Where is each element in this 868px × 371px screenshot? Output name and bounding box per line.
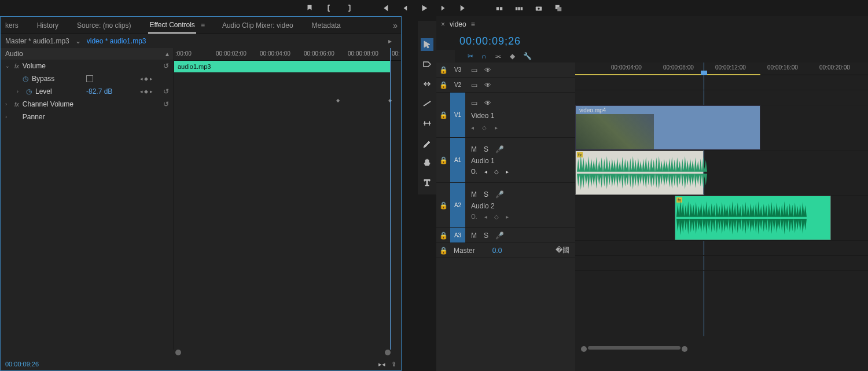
track-a2[interactable]: 🔒 A2 MS🎤 Audio 2 O.◂◇▸ bbox=[436, 183, 575, 228]
slip-tool[interactable] bbox=[421, 117, 433, 130]
reset-icon[interactable]: ↺ bbox=[163, 62, 169, 70]
audio-header[interactable]: Audio ▴ bbox=[1, 48, 174, 60]
in-bracket-icon[interactable] bbox=[325, 3, 334, 13]
step-fwd-icon[interactable] bbox=[439, 3, 448, 13]
play-icon[interactable] bbox=[420, 3, 429, 13]
eye-icon[interactable]: 👁 bbox=[484, 99, 491, 107]
mic-icon[interactable]: 🎤 bbox=[495, 232, 504, 240]
keyframe-diamond-icon[interactable]: ◆ bbox=[336, 98, 340, 103]
track-v1[interactable]: 🔒 V1 ▭👁 Video 1 ◂◇▸ bbox=[436, 93, 575, 138]
audio-clip-2[interactable]: fx bbox=[675, 196, 831, 240]
out-bracket-icon[interactable] bbox=[344, 3, 354, 13]
marker-add-icon[interactable]: ◆ bbox=[510, 52, 515, 60]
ec-clip-bar[interactable]: audio1.mp3 bbox=[174, 61, 391, 72]
extract-icon[interactable] bbox=[514, 3, 524, 13]
track-select-tool[interactable] bbox=[421, 58, 433, 71]
snap-icon[interactable]: ✂ bbox=[468, 52, 473, 60]
tab-audio-mixer[interactable]: Audio Clip Mixer: video bbox=[221, 18, 295, 33]
lock-icon[interactable]: 🔒 bbox=[436, 156, 450, 164]
mute-button[interactable]: M bbox=[471, 145, 477, 153]
mic-icon[interactable]: 🎤 bbox=[495, 145, 504, 153]
master-value[interactable]: 0.0 bbox=[492, 247, 502, 255]
eye-icon[interactable]: 👁 bbox=[484, 81, 491, 89]
link-icon[interactable]: ⫘ bbox=[495, 52, 502, 60]
keyframe-nav[interactable]: ◂ ◆ ▸ bbox=[140, 89, 153, 94]
zoom-handle-left[interactable] bbox=[581, 346, 587, 352]
zoom-handle-left[interactable] bbox=[175, 350, 181, 355]
eye-icon[interactable]: 👁 bbox=[484, 66, 491, 74]
lock-icon[interactable]: 🔒 bbox=[436, 247, 450, 255]
effect-timeline[interactable]: :00:00 00:00:02:00 00:00:04:00 00:00:06:… bbox=[174, 48, 401, 350]
tab-history[interactable]: History bbox=[36, 18, 60, 33]
track-a3[interactable]: 🔒 A3 MS🎤 bbox=[436, 228, 575, 243]
pen-tool[interactable] bbox=[421, 137, 433, 149]
tab-source[interactable]: Source: (no clips) bbox=[76, 18, 132, 33]
go-to-out-icon[interactable] bbox=[459, 3, 468, 13]
ripple-tool[interactable] bbox=[421, 78, 433, 90]
prop-bypass[interactable]: ◷Bypass ◂ ◆ ▸ bbox=[1, 72, 174, 85]
reset-icon[interactable]: ↺ bbox=[163, 87, 169, 95]
solo-button[interactable]: S bbox=[484, 190, 488, 199]
track-a1[interactable]: 🔒 A1 MS🎤 Audio 1 O.◂◇▸ bbox=[436, 138, 575, 183]
audio-clip-1[interactable]: fx bbox=[575, 150, 704, 195]
hand-tool[interactable] bbox=[421, 156, 433, 169]
overlay-icon[interactable] bbox=[554, 3, 563, 13]
mute-button[interactable]: M bbox=[471, 190, 477, 199]
lock-icon[interactable]: 🔒 bbox=[436, 111, 450, 119]
solo-button[interactable]: S bbox=[484, 232, 488, 240]
toggle-output-icon[interactable]: ▭ bbox=[471, 66, 477, 74]
track-v2[interactable]: 🔒 V2 ▭👁 bbox=[436, 78, 575, 93]
go-to-in-icon[interactable] bbox=[380, 3, 389, 13]
toggle-output-icon[interactable]: ▭ bbox=[471, 99, 477, 107]
camera-icon[interactable] bbox=[534, 3, 543, 13]
timeline-area[interactable]: 00:00:04:00 00:00:08:00 00:00:12:00 00:0… bbox=[575, 63, 868, 371]
ec-playhead[interactable] bbox=[390, 48, 391, 350]
marker-icon[interactable] bbox=[305, 3, 314, 13]
timeline-scrollbar[interactable] bbox=[581, 346, 862, 351]
seq-menu-icon[interactable]: ≡ bbox=[471, 20, 475, 28]
tab-menu-icon[interactable]: ≡ bbox=[201, 21, 205, 30]
video-clip[interactable]: video.mp4 bbox=[575, 105, 760, 150]
track-v3[interactable]: 🔒 V3 ▭👁 bbox=[436, 63, 575, 78]
sequence-clip-label[interactable]: video * audio1.mp3 bbox=[87, 37, 146, 45]
bypass-checkbox[interactable] bbox=[86, 75, 93, 82]
loop-icon[interactable]: ▸◂ bbox=[378, 361, 385, 368]
expand-icon[interactable]: �國 bbox=[556, 245, 569, 255]
tab-markers[interactable]: kers bbox=[4, 18, 20, 33]
effect-ruler[interactable]: :00:00 00:00:02:00 00:00:04:00 00:00:06:… bbox=[174, 48, 401, 61]
lock-icon[interactable]: 🔒 bbox=[436, 66, 450, 74]
step-back-icon[interactable] bbox=[400, 3, 409, 13]
tab-effect-controls[interactable]: Effect Controls bbox=[148, 17, 196, 34]
tab-metadata[interactable]: Metadata bbox=[311, 18, 342, 33]
timeline-timecode[interactable]: 00:00:09;26 bbox=[459, 35, 521, 47]
keyframe-nav[interactable]: ◂ ◆ ▸ bbox=[140, 76, 153, 82]
zoom-handle-right[interactable] bbox=[385, 350, 391, 355]
lock-icon[interactable]: 🔒 bbox=[436, 201, 450, 210]
wrench-icon[interactable]: 🔧 bbox=[523, 52, 532, 60]
lift-icon[interactable] bbox=[495, 3, 504, 13]
magnet-icon[interactable]: ∩ bbox=[481, 52, 487, 60]
level-value[interactable]: -82.7 dB bbox=[86, 87, 112, 95]
track-master[interactable]: 🔒 Master 0.0 �國 bbox=[436, 243, 575, 258]
ec-timecode[interactable]: 00:00:09;26 bbox=[5, 361, 39, 368]
export-icon[interactable]: ⇪ bbox=[391, 361, 396, 368]
mic-icon[interactable]: 🎤 bbox=[495, 190, 504, 199]
rate-tool[interactable] bbox=[421, 97, 433, 110]
tabs-overflow-icon[interactable]: » bbox=[393, 21, 398, 30]
lock-icon[interactable]: 🔒 bbox=[436, 81, 450, 89]
zoom-handle-right[interactable] bbox=[682, 346, 687, 352]
prop-volume[interactable]: ⌄fxVolume ↺ bbox=[1, 60, 174, 72]
play-only-icon[interactable]: ▸ bbox=[388, 37, 392, 45]
prop-channel-volume[interactable]: ›fxChannel Volume ↺ bbox=[1, 98, 174, 111]
selection-tool[interactable] bbox=[421, 38, 433, 51]
sequence-tab[interactable]: video bbox=[450, 20, 466, 28]
solo-button[interactable]: S bbox=[484, 145, 488, 153]
reset-icon[interactable]: ↺ bbox=[163, 100, 169, 108]
mute-button[interactable]: M bbox=[471, 232, 477, 240]
type-tool[interactable] bbox=[421, 176, 433, 189]
scroll-thumb[interactable] bbox=[588, 346, 681, 350]
collapse-icon[interactable]: ▴ bbox=[165, 50, 169, 58]
master-clip-label[interactable]: Master * audio1.mp3 bbox=[5, 37, 69, 45]
prop-level[interactable]: ›◷Level -82.7 dB ◂ ◆ ▸ ↺ bbox=[1, 85, 174, 98]
lock-icon[interactable]: 🔒 bbox=[436, 232, 450, 240]
